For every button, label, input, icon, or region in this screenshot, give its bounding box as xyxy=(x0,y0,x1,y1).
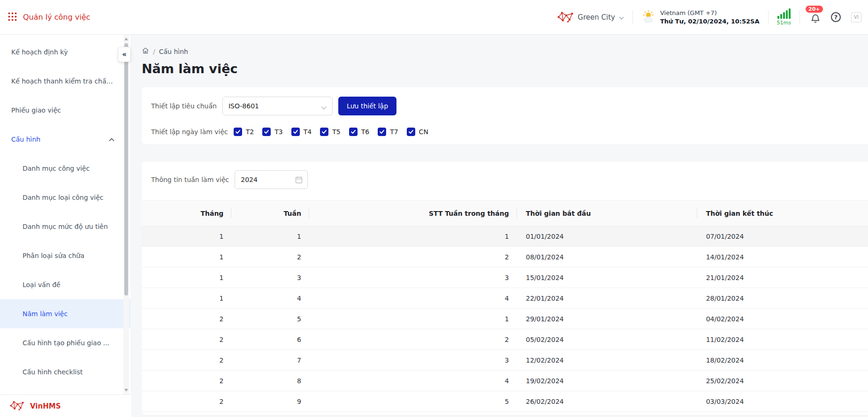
breadcrumb-item[interactable]: Cấu hình xyxy=(159,48,188,55)
sidebar-subitem[interactable]: Cấu hình checklist xyxy=(0,357,130,387)
table-row[interactable]: 27312/02/202418/02/2024 xyxy=(142,350,868,371)
table-cell: 2 xyxy=(142,391,231,412)
workday-checkbox[interactable]: T4 xyxy=(291,128,312,136)
workday-label: T2 xyxy=(246,128,254,136)
checkbox-checked-icon xyxy=(262,128,271,136)
table-cell: 3 xyxy=(309,267,517,288)
table-row[interactable]: 12208/01/202414/01/2024 xyxy=(142,247,868,267)
workday-label: T3 xyxy=(274,128,282,136)
scroll-up-arrow-icon[interactable] xyxy=(124,38,128,40)
table-cell: 2 xyxy=(142,350,231,371)
workdays-label: Thiết lập ngày làm việc xyxy=(151,128,228,136)
top-bar: Quản lý công việc Green City xyxy=(0,0,868,35)
standard-select[interactable]: ISO-8601 xyxy=(222,97,333,115)
table-cell: 4 xyxy=(309,371,517,391)
table-row[interactable]: 13315/01/202421/01/2024 xyxy=(142,267,868,288)
home-icon[interactable] xyxy=(142,47,149,56)
sidebar-subitem[interactable]: Danh mục loại công việc xyxy=(0,183,130,212)
main-content: / Cấu hình Năm làm việc Thiết lập tiêu c… xyxy=(130,35,868,417)
workday-label: CN xyxy=(419,128,428,136)
table-cell: 25/02/2024 xyxy=(697,371,868,391)
table-cell: 28/01/2024 xyxy=(697,288,868,309)
year-value: 2024 xyxy=(241,176,258,183)
table-cell: 2 xyxy=(309,329,517,350)
sidebar-subitem[interactable]: Năm làm việc xyxy=(0,299,130,328)
sidebar-scrollbar[interactable] xyxy=(123,35,129,394)
help-button[interactable]: ? xyxy=(831,12,841,22)
sidebar-subitem[interactable]: Cấu hình tạo phiếu giao ... xyxy=(0,328,130,357)
table-cell: 21/01/2024 xyxy=(697,267,868,288)
org-name: Green City xyxy=(578,13,615,22)
notifications-button[interactable]: 20+ xyxy=(810,13,821,25)
weather-icon xyxy=(641,9,655,25)
footer-brand-label: VinHMS xyxy=(30,402,61,410)
year-picker[interactable]: 2024 xyxy=(235,170,308,189)
sidebar-item-label: Phiếu giao việc xyxy=(11,106,61,114)
table-row[interactable]: 26205/02/202411/02/2024 xyxy=(142,329,868,350)
table-cell: 3 xyxy=(231,267,309,288)
week-info-label: Thông tin tuần làm việc xyxy=(151,176,229,183)
table-row[interactable]: 29526/02/202403/03/2024 xyxy=(142,391,868,412)
table-row[interactable]: 11101/01/202407/01/2024 xyxy=(142,226,868,247)
table-cell: 14/01/2024 xyxy=(697,247,868,267)
column-header: STT Tuần trong tháng xyxy=(309,201,517,226)
caret-up-icon xyxy=(109,136,114,143)
table-cell: 1 xyxy=(142,267,231,288)
workday-checkbox[interactable]: T2 xyxy=(234,128,254,136)
app-grid-icon[interactable] xyxy=(8,12,17,23)
table-cell: 1 xyxy=(142,288,231,309)
workday-checkbox[interactable]: T3 xyxy=(262,128,282,136)
scroll-down-arrow-icon[interactable] xyxy=(124,389,128,392)
workday-checkbox[interactable]: T6 xyxy=(349,128,369,136)
sidebar-item[interactable]: Kế hoạch định kỳ xyxy=(0,38,130,67)
table-row[interactable]: 25129/01/202404/02/2024 xyxy=(142,309,868,329)
checkbox-checked-icon xyxy=(320,128,328,136)
sidebar-group-cau-hinh[interactable]: Cấu hình xyxy=(0,125,130,154)
sidebar-subitem-label: Danh mục mức độ ưu tiên xyxy=(23,223,108,230)
weeks-card: Thông tin tuần làm việc 2024 ThángTuầnST… xyxy=(142,162,868,415)
sidebar-subitem[interactable]: Danh mục công việc xyxy=(0,154,130,183)
workday-checkbox[interactable]: T7 xyxy=(378,128,398,136)
table-cell: 2 xyxy=(142,371,231,391)
latency-label: 51ms xyxy=(777,20,791,26)
workday-checkbox[interactable]: T5 xyxy=(320,128,340,136)
page-title: Năm làm việc xyxy=(142,61,868,76)
table-row[interactable]: 14422/01/202428/01/2024 xyxy=(142,288,868,309)
language-switch[interactable]: VI xyxy=(851,12,861,23)
workday-checkbox[interactable]: CN xyxy=(407,128,428,136)
table-cell: 2 xyxy=(142,309,231,329)
sidebar-item-label: Cấu hình xyxy=(11,136,40,143)
save-settings-button[interactable]: Lưu thiết lập xyxy=(338,97,396,115)
standard-label: Thiết lập tiêu chuẩn xyxy=(151,102,217,110)
sidebar: Kế hoạch định kỳKế hoạch thanh kiểm tra … xyxy=(0,35,130,417)
sidebar-subitem[interactable]: Loại vấn đề xyxy=(0,270,130,299)
settings-card: Thiết lập tiêu chuẩn ISO-8601 Lưu thiết … xyxy=(142,87,868,144)
signal-icon xyxy=(777,8,791,19)
sidebar-subitem-label: Phân loại sửa chữa xyxy=(23,252,84,259)
sidebar-subitem[interactable]: Phân loại sửa chữa xyxy=(0,241,130,270)
workday-label: T7 xyxy=(390,128,398,136)
network-status: 51ms xyxy=(777,8,791,26)
org-logo-icon xyxy=(557,10,574,24)
divider xyxy=(632,10,633,24)
table-cell: 4 xyxy=(231,288,309,309)
table-cell: 11/02/2024 xyxy=(697,329,868,350)
question-icon: ? xyxy=(834,14,838,21)
sidebar-subitem[interactable]: Danh mục mức độ ưu tiên xyxy=(0,212,130,241)
scrollbar-thumb[interactable] xyxy=(124,43,128,296)
week-table-header-row: ThángTuầnSTT Tuần trong thángThời gian b… xyxy=(142,201,868,226)
table-row[interactable]: 28419/02/202425/02/2024 xyxy=(142,371,868,391)
collapse-sidebar-button[interactable]: « xyxy=(118,47,130,62)
table-cell: 4 xyxy=(309,288,517,309)
sidebar-footer: VinHMS xyxy=(0,394,131,417)
sidebar-item[interactable]: Kế hoạch thanh kiểm tra chất... xyxy=(0,67,130,96)
org-selector[interactable]: Green City xyxy=(557,10,624,24)
sidebar-subitem-label: Năm làm việc xyxy=(23,310,68,318)
chevron-down-icon xyxy=(619,14,624,21)
column-header: Tháng xyxy=(142,201,231,226)
checkbox-checked-icon xyxy=(378,128,386,136)
sidebar-item[interactable]: Phiếu giao việc xyxy=(0,96,130,125)
workday-label: T6 xyxy=(361,128,369,136)
datetime-label: Thứ Tư, 02/10/2024, 10:52SA xyxy=(660,17,760,26)
table-cell: 26/02/2024 xyxy=(517,391,697,412)
